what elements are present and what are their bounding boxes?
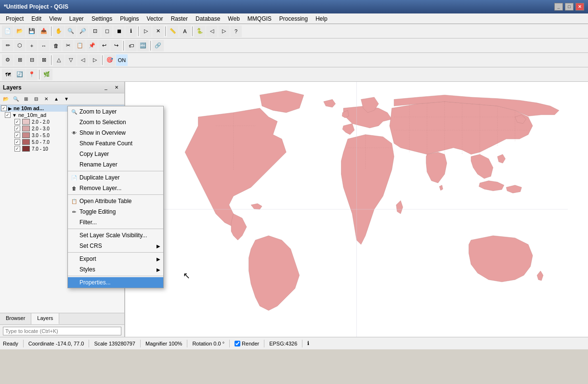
tb-adv6[interactable]: ▽ (65, 54, 77, 66)
ctx-export[interactable]: Export ▶ (68, 254, 163, 264)
tb-zoom-select[interactable]: ◼ (113, 26, 125, 37)
legend-cb-2[interactable] (14, 126, 20, 131)
maximize-button[interactable]: □ (565, 3, 574, 11)
ctx-styles[interactable]: Styles ▶ (68, 264, 163, 275)
menu-help[interactable]: Help (312, 14, 331, 23)
legend-cb-5[interactable] (14, 146, 20, 152)
tb-snap[interactable]: 🔗 (152, 40, 164, 51)
tb-deselect[interactable]: ✕ (152, 26, 164, 37)
layers-tb-filter[interactable]: 🔍 (11, 94, 21, 104)
tb-zoom-out[interactable]: 🔎 (77, 26, 89, 37)
ctx-show-feature-count[interactable]: Show Feature Count (68, 138, 163, 149)
tab-browser[interactable]: Browser (0, 313, 31, 324)
tb-snapping[interactable]: 🎯 (104, 54, 116, 66)
tb-edit2[interactable]: ✏ (2, 40, 13, 51)
tb-pan[interactable]: ✋ (53, 26, 65, 37)
tb-measure[interactable]: 📏 (167, 26, 179, 37)
ctx-duplicate-layer[interactable]: 📄 Duplicate Layer (68, 172, 163, 183)
status-crs[interactable]: EPSG:4326 (269, 341, 297, 346)
tb-paste[interactable]: 📌 (86, 40, 98, 51)
layer-checkbox-group[interactable] (5, 112, 11, 118)
tb-copy2[interactable]: 📋 (74, 40, 86, 51)
menu-edit[interactable]: Edit (27, 14, 45, 23)
tb-label2[interactable]: 🏷 (125, 40, 137, 51)
menu-project[interactable]: Project (2, 14, 27, 23)
menu-settings[interactable]: Settings (88, 14, 116, 23)
tb-snap-on[interactable]: ON (116, 54, 128, 66)
layers-close[interactable]: ✕ (112, 83, 121, 92)
legend-cb-4[interactable] (14, 139, 20, 145)
ctx-set-crs[interactable]: Set CRS ▶ (68, 241, 163, 251)
tb-add-feature[interactable]: + (26, 40, 38, 51)
tb-help[interactable]: ? (230, 26, 242, 37)
tb-select[interactable]: ▷ (140, 26, 152, 37)
ctx-toggle-editing[interactable]: ✏ Toggle Editing (68, 206, 163, 217)
close-button[interactable]: ✕ (575, 3, 584, 11)
menu-processing[interactable]: Processing (275, 14, 312, 23)
tb-adv4[interactable]: ⊠ (38, 54, 50, 66)
ctx-properties[interactable]: Properties... (68, 277, 163, 288)
layer-checkbox-main[interactable] (1, 105, 7, 111)
tb-label[interactable]: A (179, 26, 191, 37)
menu-web[interactable]: Web (224, 14, 243, 23)
layers-tb-collapse[interactable]: ⊟ (31, 94, 41, 104)
tb-open[interactable]: 📂 (14, 26, 26, 37)
status-rotation[interactable]: Rotation 0.0 ° (192, 341, 224, 346)
tb-next[interactable]: ▷ (218, 26, 230, 37)
tb-zoom-full[interactable]: ⊡ (89, 26, 101, 37)
status-magnifier[interactable]: Magnifier 100% (145, 341, 182, 346)
tb-node[interactable]: ⬡ (14, 40, 26, 51)
ctx-zoom-to-selection[interactable]: Zoom to Selection (68, 117, 163, 128)
tb-adv8[interactable]: ▷ (89, 54, 101, 66)
menu-vector[interactable]: Vector (143, 14, 167, 23)
search-input[interactable] (3, 327, 121, 335)
status-render[interactable]: Render (235, 341, 259, 346)
menu-mmqgis[interactable]: MMQGIS (244, 14, 275, 23)
ctx-rename-layer[interactable]: Rename Layer (68, 159, 163, 170)
ctx-set-layer-scale[interactable]: Set Layer Scale Visibility... (68, 230, 163, 241)
layers-tb-open[interactable]: 📂 (1, 94, 11, 104)
tb-adv3[interactable]: ⊟ (26, 54, 38, 66)
tb-delete[interactable]: 🗑 (50, 40, 62, 51)
menu-database[interactable]: Database (192, 14, 224, 23)
tb-redo[interactable]: ↪ (110, 40, 122, 51)
tb-cut[interactable]: ✂ (62, 40, 74, 51)
tb-zoom-layer[interactable]: ◻ (101, 26, 113, 37)
menu-plugins[interactable]: Plugins (116, 14, 143, 23)
tb-grass[interactable]: 🌿 (41, 69, 52, 80)
tb-save[interactable]: 💾 (26, 26, 38, 37)
tab-layers[interactable]: Layers (31, 313, 59, 324)
ctx-filter[interactable]: Filter... (68, 217, 163, 228)
menu-layer[interactable]: Layer (65, 14, 88, 23)
ctx-zoom-to-layer[interactable]: 🔍 Zoom to Layer (68, 106, 163, 117)
tb-map3[interactable]: 📍 (26, 69, 38, 80)
layers-tb-down[interactable]: ▼ (62, 94, 71, 104)
map-canvas[interactable]: ↖ (125, 82, 588, 337)
layers-minimize[interactable]: _ (101, 83, 111, 92)
ctx-open-attr-table[interactable]: 📋 Open Attribute Table (68, 196, 163, 206)
legend-cb-1[interactable] (14, 119, 20, 125)
tb-adv7[interactable]: ◁ (77, 54, 89, 66)
tb-adv1[interactable]: ⚙ (2, 54, 13, 66)
render-checkbox[interactable] (235, 341, 240, 346)
status-info[interactable]: ℹ (307, 340, 309, 346)
tb-python[interactable]: 🐍 (194, 26, 206, 37)
tb-prev[interactable]: ◁ (206, 26, 218, 37)
tb-save-as[interactable]: 📥 (38, 26, 50, 37)
ctx-remove-layer[interactable]: 🗑 Remove Layer... (68, 183, 163, 193)
tb-adv5[interactable]: △ (53, 54, 65, 66)
tb-identify[interactable]: ℹ (125, 26, 137, 37)
tb-label3[interactable]: 🔤 (137, 40, 149, 51)
minimize-button[interactable]: _ (554, 3, 563, 11)
tb-adv2[interactable]: ⊞ (14, 54, 26, 66)
ctx-copy-layer[interactable]: Copy Layer (68, 149, 163, 159)
menu-view[interactable]: View (45, 14, 65, 23)
tb-move[interactable]: ↔ (38, 40, 50, 51)
layers-tb-up[interactable]: ▲ (52, 94, 61, 104)
tb-undo[interactable]: ↩ (98, 40, 110, 51)
legend-cb-3[interactable] (14, 132, 20, 138)
layers-tb-remove[interactable]: ✕ (41, 94, 51, 104)
tb-new[interactable]: 📄 (2, 26, 13, 37)
layers-tb-expand[interactable]: ⊞ (21, 94, 31, 104)
tb-map2[interactable]: 🔄 (14, 69, 26, 80)
